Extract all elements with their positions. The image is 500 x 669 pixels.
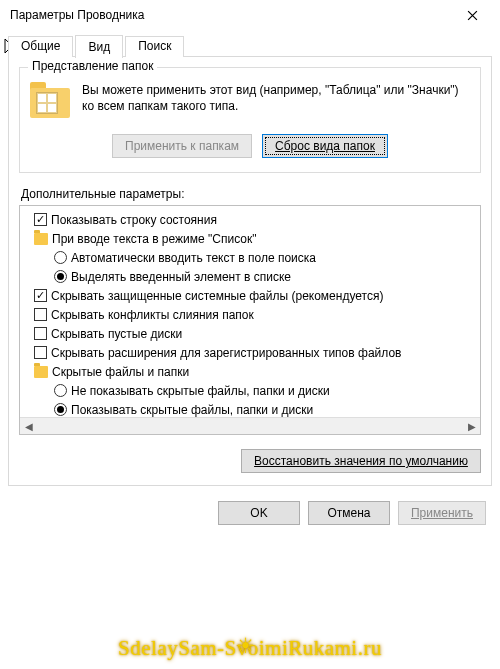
opt-typing-group[interactable]: При вводе текста в режиме "Список" [24, 229, 478, 248]
opt-hidden-group[interactable]: Скрытые файлы и папки [24, 362, 478, 381]
tab-view[interactable]: Вид [75, 35, 123, 58]
folder-icon [34, 233, 48, 245]
close-button[interactable] [452, 1, 492, 29]
folder-views-group: Представление папок Вы можете применить … [19, 67, 481, 173]
apply-to-folders-button: Применить к папкам [112, 134, 252, 158]
folder-icon [34, 366, 48, 378]
reset-folders-button[interactable]: Сброс вида папок [262, 134, 388, 158]
opt-show-statusbar[interactable]: Показывать строку состояния [24, 210, 478, 229]
opt-typing-search[interactable]: Автоматически вводить текст в поле поиск… [24, 248, 478, 267]
apply-button: Применить [398, 501, 486, 525]
tab-page-view: Представление папок Вы можете применить … [8, 56, 492, 486]
opt-hide-protected[interactable]: Скрывать защищенные системные файлы (рек… [24, 286, 478, 305]
checkbox-icon[interactable] [34, 308, 47, 321]
opt-hide-extensions[interactable]: Скрывать расширения для зарегистрированн… [24, 343, 478, 362]
opt-typing-select[interactable]: Выделять введенный элемент в списке [24, 267, 478, 286]
opt-hide-empty-drives[interactable]: Скрывать пустые диски [24, 324, 478, 343]
watermark-text: ☀ SdelaySam-SvoimiRukami.ru [0, 636, 500, 661]
close-icon [467, 10, 478, 21]
horizontal-scrollbar[interactable]: ◀ ▶ [20, 417, 480, 434]
restore-defaults-button[interactable]: Восстановить значения по умолчанию [241, 449, 481, 473]
scroll-right-icon[interactable]: ▶ [463, 418, 480, 435]
radio-icon[interactable] [54, 251, 67, 264]
radio-icon[interactable] [54, 270, 67, 283]
radio-icon[interactable] [54, 403, 67, 416]
group-description: Вы можете применить этот вид (например, … [82, 82, 470, 124]
opt-hidden-dont-show[interactable]: Не показывать скрытые файлы, папки и дис… [24, 381, 478, 400]
checkbox-icon[interactable] [34, 327, 47, 340]
opt-hide-merge-conflicts[interactable]: Скрывать конфликты слияния папок [24, 305, 478, 324]
group-legend: Представление папок [28, 59, 157, 73]
checkbox-icon[interactable] [34, 289, 47, 302]
checkbox-icon[interactable] [34, 213, 47, 226]
folder-grid-icon [30, 82, 72, 124]
radio-icon[interactable] [54, 384, 67, 397]
ok-button[interactable]: OK [218, 501, 300, 525]
window-title: Параметры Проводника [10, 8, 452, 22]
advanced-label: Дополнительные параметры: [21, 187, 481, 201]
advanced-tree[interactable]: Показывать строку состояния При вводе те… [19, 205, 481, 435]
dialog-buttons: OK Отмена Применить [0, 487, 500, 525]
checkbox-icon[interactable] [34, 346, 47, 359]
tab-strip: Общие Вид Поиск [0, 34, 500, 57]
cancel-button[interactable]: Отмена [308, 501, 390, 525]
tab-search[interactable]: Поиск [125, 36, 184, 57]
tab-general[interactable]: Общие [8, 36, 73, 57]
titlebar: Параметры Проводника [0, 0, 500, 30]
scroll-left-icon[interactable]: ◀ [20, 418, 37, 435]
sun-icon: ☀ [236, 634, 256, 659]
